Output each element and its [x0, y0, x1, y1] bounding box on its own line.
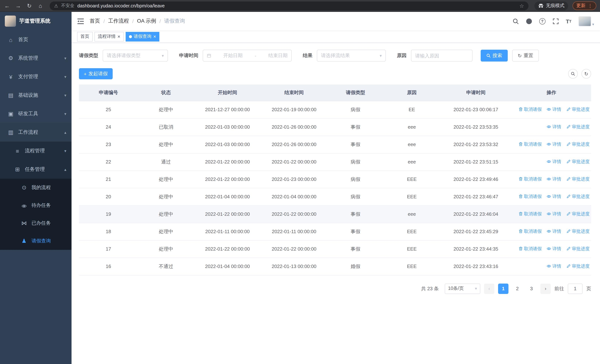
cancel-leave-link[interactable]: 取消请假 — [518, 211, 542, 217]
chrome-update-button[interactable]: 更新 ⋮ — [572, 1, 596, 10]
avatar[interactable] — [579, 16, 591, 26]
security-label[interactable]: 不安全 — [61, 3, 75, 9]
approval-progress-link[interactable]: 审批进度 — [566, 246, 590, 252]
sidebar-item-done-tasks[interactable]: ⋈ 已办任务 — [0, 214, 72, 232]
cancel-leave-link[interactable]: 取消请假 — [518, 141, 542, 148]
page-size-select[interactable]: 10条/页 ▾ — [445, 283, 480, 294]
github-icon[interactable] — [526, 18, 532, 24]
approval-progress-link[interactable]: 审批进度 — [566, 124, 590, 130]
cancel-leave-link[interactable]: 取消请假 — [518, 194, 542, 200]
forward-icon[interactable]: → — [15, 3, 21, 9]
detail-link[interactable]: 详情 — [547, 176, 561, 182]
detail-link[interactable]: 详情 — [547, 263, 561, 270]
url-text[interactable]: dashboard.yudao.iocoder.cn/bpm/oa/leave — [77, 3, 516, 8]
sidebar-item-workflow[interactable]: ▥ 工作流程 ▴ — [0, 123, 72, 142]
next-page-button[interactable]: › — [540, 283, 551, 294]
reason-input[interactable] — [411, 50, 472, 62]
close-icon[interactable]: × — [153, 34, 156, 39]
tab-leave-query[interactable]: 请假查询 × — [125, 32, 159, 41]
prev-page-button[interactable]: ‹ — [484, 283, 494, 294]
cell-reason: EEE — [384, 258, 440, 275]
leave-type-select[interactable]: 请选择请假类型 ▾ — [103, 50, 168, 62]
cancel-leave-link[interactable]: 取消请假 — [518, 106, 542, 113]
detail-link[interactable]: 详情 — [547, 228, 561, 235]
eye-icon — [547, 247, 551, 251]
back-icon[interactable]: ← — [4, 3, 10, 9]
page-button-2[interactable]: 2 — [512, 283, 523, 294]
cancel-leave-link[interactable]: 取消请假 — [518, 176, 542, 182]
page-button-3[interactable]: 3 — [526, 283, 537, 294]
home-icon[interactable]: ⌂ — [37, 3, 44, 9]
security-warning-icon[interactable]: ⚠ — [54, 3, 58, 8]
cancel-leave-link[interactable]: 取消请假 — [518, 228, 542, 235]
approval-progress-link[interactable]: 审批进度 — [566, 228, 590, 235]
leave-type-label: 请假类型 — [79, 52, 98, 59]
goto-page-input[interactable] — [568, 283, 582, 294]
reset-button[interactable]: ↻ 重置 — [512, 50, 539, 62]
approval-progress-link[interactable]: 审批进度 — [566, 106, 590, 113]
detail-link[interactable]: 详情 — [547, 141, 561, 148]
result-label: 结果 — [303, 52, 312, 59]
sidebar-item-payment[interactable]: ¥ 支付管理 ▾ — [0, 67, 72, 86]
approval-progress-link[interactable]: 审批进度 — [566, 176, 590, 182]
bookmark-star-icon[interactable]: ☆ — [519, 3, 524, 9]
detail-label: 详情 — [552, 211, 561, 217]
kebab-menu-icon[interactable]: ⋮ — [588, 3, 593, 9]
cell-reason: EEE — [384, 170, 440, 188]
approval-progress-link[interactable]: 审批进度 — [566, 211, 590, 217]
page-button-1[interactable]: 1 — [498, 283, 508, 294]
search-icon[interactable] — [512, 18, 519, 24]
sidebar-item-devtools[interactable]: ▣ 研发工具 ▾ — [0, 104, 72, 123]
create-leave-button[interactable]: + 发起请假 — [79, 68, 112, 79]
approval-progress-label: 审批进度 — [572, 141, 590, 148]
result-select[interactable]: 请选择流结果 ▾ — [317, 50, 386, 62]
fullscreen-icon[interactable] — [552, 18, 559, 24]
cell-actions: 详情 审批进度 — [512, 153, 591, 170]
sidebar-item-task-management[interactable]: ⊞ 任务管理 ▴ — [0, 160, 72, 179]
detail-link[interactable]: 详情 — [547, 211, 561, 217]
sidebar-item-home[interactable]: ⌂ 首页 — [0, 30, 72, 49]
help-icon[interactable]: ? — [539, 18, 545, 24]
toggle-search-button[interactable] — [568, 69, 578, 79]
app-logo[interactable]: 芋道管理系统 — [0, 12, 72, 30]
breadcrumb-workflow[interactable]: 工作流程 — [108, 18, 129, 24]
sidebar-toggle-icon[interactable] — [72, 18, 90, 24]
detail-link[interactable]: 详情 — [547, 194, 561, 200]
sidebar-item-todo-tasks[interactable]: 待办任务 — [0, 196, 72, 214]
tab-home[interactable]: 首页 — [77, 32, 93, 41]
select-placeholder: 请选择流结果 — [321, 52, 350, 59]
toolbox-icon: ▣ — [7, 111, 14, 117]
approval-progress-link[interactable]: 审批进度 — [566, 159, 590, 165]
breadcrumb-home[interactable]: 首页 — [90, 18, 100, 24]
approval-progress-link[interactable]: 审批进度 — [566, 263, 590, 270]
search-button[interactable]: 搜索 — [481, 50, 508, 62]
url-bar[interactable]: ⚠ 不安全 dashboard.yudao.iocoder.cn/bpm/oa/… — [50, 1, 528, 10]
detail-link[interactable]: 详情 — [547, 246, 561, 252]
tab-process-detail[interactable]: 流程详情 × — [94, 32, 124, 41]
detail-link[interactable]: 详情 — [547, 124, 561, 130]
breadcrumb-oa-example[interactable]: OA 示例 — [137, 18, 156, 24]
detail-label: 详情 — [552, 159, 561, 165]
approval-progress-link[interactable]: 审批进度 — [566, 194, 590, 200]
detail-link[interactable]: 详情 — [547, 159, 561, 165]
sidebar-item-my-processes[interactable]: ⊙ 我的流程 — [0, 179, 72, 196]
sidebar-item-leave-query[interactable]: ♟ 请假查询 — [0, 232, 72, 250]
font-size-icon[interactable]: TT — [566, 18, 572, 24]
refresh-table-button[interactable]: ↻ — [581, 69, 591, 79]
tag-tabs-bar: 首页 流程详情 × 请假查询 × — [72, 30, 600, 43]
user-avatar-menu[interactable]: ▾ — [579, 16, 594, 26]
pencil-icon — [566, 107, 571, 112]
date-range-picker[interactable]: 开始日期 - 结束日期 — [203, 50, 292, 62]
approval-progress-link[interactable]: 审批进度 — [566, 141, 590, 148]
cancel-leave-link[interactable]: 取消请假 — [518, 246, 542, 252]
sidebar-item-system[interactable]: ⚙ 系统管理 ▾ — [0, 49, 72, 67]
chat-icon: ⊙ — [21, 184, 28, 191]
sidebar: 芋道管理系统 ⌂ 首页 ⚙ 系统管理 ▾ ¥ 支付管理 ▾ ▤ — [0, 12, 72, 364]
detail-link[interactable]: 详情 — [547, 106, 561, 113]
sidebar-item-infrastructure[interactable]: ▤ 基础设施 ▾ — [0, 86, 72, 104]
detail-label: 详情 — [552, 194, 561, 200]
reload-icon[interactable]: ↻ — [26, 2, 33, 9]
cell-leave-type: 事假 — [328, 118, 384, 136]
close-icon[interactable]: × — [117, 34, 120, 39]
sidebar-item-process-management[interactable]: ≡ 流程管理 ▾ — [0, 142, 72, 160]
